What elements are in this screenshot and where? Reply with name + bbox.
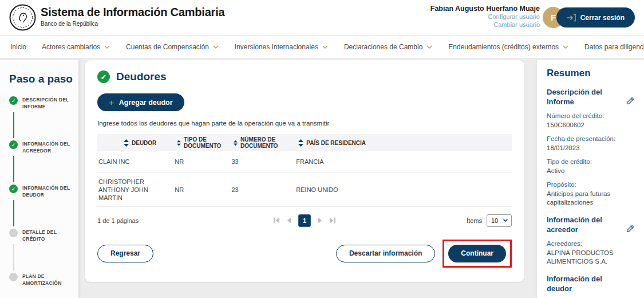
step-informacion-acreedor[interactable]: ✓ INFORMACIÓN DEL ACREEDOR bbox=[9, 140, 73, 154]
user-info: Fabian Augusto Huerfano Muaje Configurar… bbox=[430, 5, 540, 29]
column-label: DEUDOR bbox=[132, 140, 156, 146]
add-deudor-button[interactable]: + Agregar deudor bbox=[97, 93, 184, 111]
pagination: 1 de 1 páginas 1 Ítems 10 bbox=[97, 211, 512, 230]
field-label: Propósito: bbox=[547, 181, 635, 189]
cell-tipo-documento: NR bbox=[173, 172, 230, 206]
column-label: NÚMERO DE DOCUMENTO bbox=[240, 136, 295, 149]
nav-item-endeudamientos-externos[interactable]: Endeudamientos (créditos) externos bbox=[448, 43, 569, 51]
column-header-pais-residencia[interactable]: PAÍS DE RESIDENCIA bbox=[295, 134, 512, 151]
first-page-button[interactable] bbox=[274, 217, 280, 223]
next-page-button[interactable] bbox=[318, 217, 322, 223]
logout-button[interactable]: Cerrar sesión bbox=[556, 7, 635, 28]
column-header-tipo-documento[interactable]: TIPO DE DOCUMENTO bbox=[173, 134, 230, 151]
nav-label: Declaraciones de Cambio bbox=[344, 43, 422, 51]
items-per-page-value: 10 bbox=[491, 217, 498, 224]
nav-item-declaraciones-cambio[interactable]: Declaraciones de Cambio bbox=[344, 43, 433, 51]
field-label: Número del crédito: bbox=[547, 112, 635, 120]
nav-item-actores-cambiarios[interactable]: Actores cambiarios bbox=[42, 43, 110, 51]
logout-icon bbox=[567, 14, 576, 22]
summary-section-acreedor: Información del acreedor bbox=[547, 215, 635, 234]
app-title: Sistema de Información Cambiaria bbox=[41, 6, 224, 19]
check-glyph: ✓ bbox=[11, 98, 16, 104]
switch-user-link[interactable]: Cambiar usuario bbox=[430, 21, 540, 29]
check-glyph: ✓ bbox=[11, 142, 16, 148]
cell-numero-documento: 23 bbox=[230, 172, 295, 206]
continuar-button[interactable]: Continuar bbox=[448, 245, 506, 262]
table-header-row: DEUDOR TIPO DE DOCUMENTO NÚMERO DE DOCUM… bbox=[97, 134, 512, 151]
cell-numero-documento: 33 bbox=[230, 151, 295, 172]
main-nav: Inicio Actores cambiarios Cuentas de Com… bbox=[0, 36, 644, 59]
items-label: Ítems bbox=[467, 217, 482, 224]
step-done-icon: ✓ bbox=[9, 140, 18, 149]
check-glyph: ✓ bbox=[11, 186, 16, 192]
cell-tipo-documento: NR bbox=[173, 151, 230, 172]
column-header-deudor[interactable]: DEUDOR bbox=[97, 134, 173, 151]
cell-deudor: CHRISTOPHER ANTHONY JOHN MARTIN bbox=[97, 172, 173, 206]
edit-icon[interactable] bbox=[626, 224, 635, 233]
add-deudor-label: Agregar deudor bbox=[119, 99, 173, 107]
summary-heading: Información del acreedor bbox=[547, 215, 615, 234]
last-page-button[interactable] bbox=[329, 217, 335, 223]
nav-label: Datos para diligenciar formas bbox=[584, 43, 644, 51]
page-count: 1 de 1 páginas bbox=[97, 217, 212, 224]
step-pending-icon bbox=[9, 273, 18, 281]
edit-icon[interactable] bbox=[626, 96, 635, 105]
nav-item-cuentas-compensacion[interactable]: Cuentas de Compensación bbox=[126, 43, 219, 51]
summary-heading: Descripción del informe bbox=[547, 87, 615, 107]
step-descripcion-informe[interactable]: ✓ DESCRIPCIÓN DEL INFORME bbox=[9, 96, 73, 110]
summary-section-deudor: Información del deudor bbox=[547, 274, 635, 293]
descartar-informacion-button[interactable]: Descartar información bbox=[336, 245, 435, 262]
sort-icon bbox=[177, 139, 181, 147]
app-header: Sistema de Información Cambiaria Banco d… bbox=[0, 0, 644, 36]
summary-title: Resumen bbox=[547, 68, 635, 79]
column-header-numero-documento[interactable]: NÚMERO DE DOCUMENTO bbox=[230, 134, 295, 151]
field-label: Acreedores: bbox=[547, 240, 635, 248]
step-informacion-deudor[interactable]: ✓ INFORMACIÓN DEL DEUDOR bbox=[9, 184, 73, 198]
field-value: ALPINA PRODUCTOS ALIMENTICIOS S.A. bbox=[547, 249, 635, 266]
field-value: 150C600602 bbox=[547, 121, 635, 130]
items-per-page-group: Ítems 10 bbox=[397, 214, 512, 227]
regresar-button[interactable]: Regresar bbox=[97, 245, 153, 262]
nav-item-datos-diligenciar-formas[interactable]: Datos para diligenciar formas bbox=[584, 43, 644, 51]
chevron-down-icon bbox=[212, 45, 219, 49]
nav-item-inicio[interactable]: Inicio bbox=[10, 43, 26, 51]
table-row[interactable]: CHRISTOPHER ANTHONY JOHN MARTIN NR 23 RE… bbox=[97, 172, 512, 206]
column-label: PAÍS DE RESIDENCIA bbox=[306, 140, 366, 146]
step-detalle-credito[interactable]: DETALLE DEL CRÉDITO bbox=[9, 228, 73, 242]
step-connector bbox=[13, 200, 14, 226]
pager: 1 bbox=[212, 214, 397, 227]
nav-item-inversiones-internacionales[interactable]: Inversiones Internacionales bbox=[235, 43, 329, 51]
nav-label: Actores cambiarios bbox=[42, 43, 100, 51]
current-page-button[interactable]: 1 bbox=[298, 214, 311, 227]
step-plan-amortizacion[interactable]: PLAN DE AMORTIZACIÓN bbox=[9, 272, 73, 287]
brand: Sistema de Información Cambiaria Banco d… bbox=[41, 6, 224, 27]
logout-label: Cerrar sesión bbox=[580, 14, 625, 22]
summary-section-descripcion: Descripción del informe bbox=[547, 87, 635, 107]
step-label: DESCRIPCIÓN DEL INFORME bbox=[22, 96, 73, 110]
configure-user-link[interactable]: Configurar usuario bbox=[430, 13, 540, 21]
bank-logo bbox=[9, 4, 36, 31]
footer-buttons: Regresar Descartar información Continuar bbox=[97, 240, 512, 268]
previous-page-button[interactable] bbox=[287, 217, 291, 223]
step-done-icon: ✓ bbox=[9, 96, 18, 105]
nav-label: Inversiones Internacionales bbox=[235, 43, 318, 51]
chevron-down-icon bbox=[426, 45, 433, 49]
step-done-icon: ✓ bbox=[9, 185, 18, 193]
field-label: Tipo de crédito: bbox=[547, 158, 635, 166]
nav-label: Inicio bbox=[10, 43, 26, 51]
chevron-down-icon bbox=[503, 218, 508, 222]
step-connector bbox=[13, 112, 14, 138]
cell-deudor: CLAIN INC bbox=[97, 151, 173, 172]
deudores-table: DEUDOR TIPO DE DOCUMENTO NÚMERO DE DOCUM… bbox=[97, 134, 512, 207]
table-row[interactable]: CLAIN INC NR 33 FRANCIA bbox=[97, 151, 512, 172]
stepper-panel: Paso a paso ✓ DESCRIPCIÓN DEL INFORME ✓ … bbox=[0, 60, 78, 298]
section-description: Ingrese todos los deudores que hagan par… bbox=[97, 120, 512, 127]
chevron-down-icon bbox=[322, 45, 329, 49]
nav-label: Cuentas de Compensación bbox=[126, 43, 209, 51]
section-check-icon: ✓ bbox=[97, 70, 110, 83]
step-label: INFORMACIÓN DEL DEUDOR bbox=[22, 184, 73, 198]
items-per-page-select[interactable]: 10 bbox=[487, 214, 512, 227]
field-value: Anticipos para futuras capitalizaciones bbox=[547, 190, 635, 207]
sort-icon bbox=[234, 139, 238, 147]
app-subtitle: Banco de la República bbox=[41, 21, 224, 27]
